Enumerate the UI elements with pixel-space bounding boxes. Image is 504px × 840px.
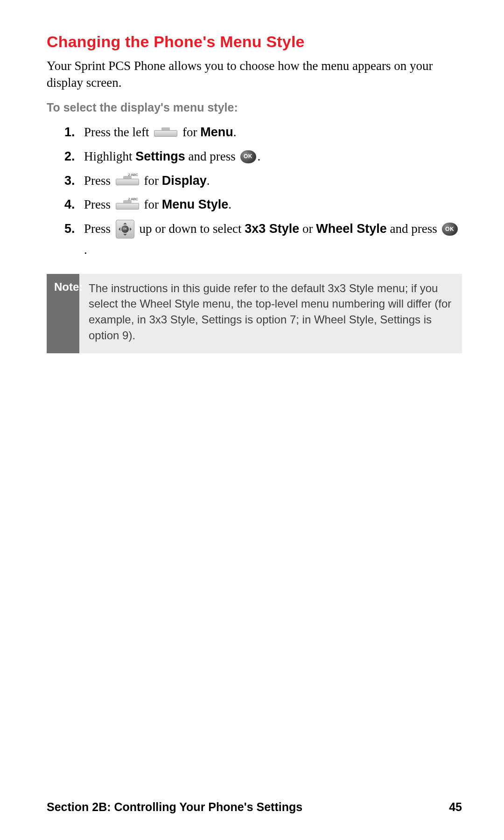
step-text: . bbox=[258, 149, 261, 163]
number-key-2-icon: 2 ABC bbox=[116, 177, 139, 185]
step-text: Press bbox=[84, 222, 114, 236]
step-text: for bbox=[144, 174, 162, 188]
note-text: The instructions in this guide refer to … bbox=[79, 274, 462, 353]
number-key-2-icon: 2 ABC bbox=[116, 201, 139, 210]
step-4: 4. Press 2 ABC for Menu Style. bbox=[64, 195, 462, 215]
step-text: Press bbox=[84, 174, 114, 188]
bold-term: Menu bbox=[200, 125, 233, 139]
step-text: for bbox=[144, 197, 162, 211]
step-text: and press bbox=[189, 149, 239, 163]
navigation-key-icon: OK bbox=[116, 220, 134, 238]
step-text: . bbox=[233, 125, 237, 139]
footer-section-title: Section 2B: Controlling Your Phone's Set… bbox=[47, 800, 302, 814]
step-text: Press the left bbox=[84, 125, 152, 139]
step-text: Press bbox=[84, 197, 114, 211]
step-text: Highlight bbox=[84, 149, 135, 163]
left-softkey-icon bbox=[154, 128, 177, 137]
bold-term: Settings bbox=[135, 149, 185, 163]
step-2: 2. Highlight Settings and press OK. bbox=[64, 147, 462, 167]
footer-page-number: 45 bbox=[449, 800, 462, 814]
step-number: 4. bbox=[64, 195, 84, 215]
section-title: Changing the Phone's Menu Style bbox=[47, 33, 462, 51]
step-text: . bbox=[228, 197, 231, 211]
ok-button-icon: OK bbox=[442, 223, 458, 236]
step-text: or bbox=[302, 222, 316, 236]
key-label: 2 ABC bbox=[128, 196, 138, 202]
bold-term: Menu Style bbox=[162, 197, 229, 211]
step-text: for bbox=[182, 125, 200, 139]
step-text: and press bbox=[390, 222, 441, 236]
step-number: 3. bbox=[64, 171, 84, 191]
key-label: 2 ABC bbox=[128, 172, 138, 178]
step-number: 2. bbox=[64, 147, 84, 167]
nav-ok-label: OK bbox=[121, 225, 129, 233]
procedure-lead: To select the display's menu style: bbox=[47, 101, 462, 114]
step-5: 5. Press OK up or down to select 3x3 Sty… bbox=[64, 219, 462, 260]
step-1: 1. Press the left for Menu. bbox=[64, 123, 462, 142]
procedure-list: 1. Press the left for Menu. 2. Highlight… bbox=[47, 123, 462, 260]
intro-paragraph: Your Sprint PCS Phone allows you to choo… bbox=[47, 57, 462, 91]
step-text: . bbox=[207, 174, 210, 188]
step-3: 3. Press 2 ABC for Display. bbox=[64, 171, 462, 191]
manual-page: Changing the Phone's Menu Style Your Spr… bbox=[0, 0, 504, 840]
step-text: up or down to select bbox=[140, 222, 245, 236]
bold-term: Display bbox=[162, 174, 207, 188]
note-box: Note: The instructions in this guide ref… bbox=[47, 274, 462, 353]
note-label: Note: bbox=[47, 274, 79, 353]
step-text: . bbox=[84, 243, 87, 257]
bold-term: 3x3 Style bbox=[245, 222, 299, 236]
bold-term: Wheel Style bbox=[316, 222, 387, 236]
page-footer: Section 2B: Controlling Your Phone's Set… bbox=[47, 800, 462, 814]
step-number: 5. bbox=[64, 219, 84, 239]
ok-button-icon: OK bbox=[240, 150, 256, 163]
step-number: 1. bbox=[64, 123, 84, 142]
